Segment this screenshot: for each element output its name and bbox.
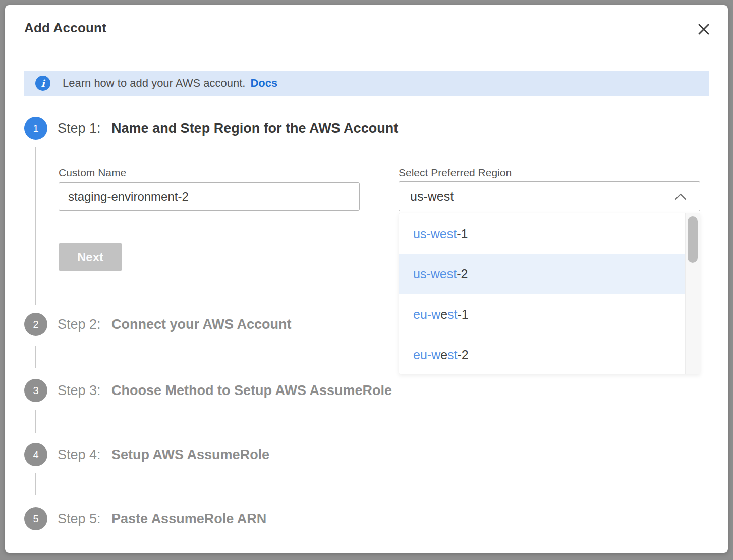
step-3-title: Choose Method to Setup AWS AssumeRole [111,383,392,398]
modal-header: Add Account [5,5,728,50]
option-rest-text: e [440,348,447,362]
info-banner: i Learn how to add your AWS account. Doc… [24,71,709,96]
region-select-value: us-west [410,189,454,204]
step-row-1: 1 Step 1: Name and Step Region for the A… [24,117,398,140]
step-4-indicator: 4 [24,443,47,466]
docs-link[interactable]: Docs [250,77,277,90]
option-eu-west-2[interactable]: eu-west-2 [399,334,686,374]
step-1-title: Name and Step Region for the AWS Account [111,121,398,136]
region-dropdown: us-west-1 us-west-2 eu-west-1 eu-west-2 [399,213,700,374]
step-1-label: Step 1: [58,121,101,136]
option-us-west-2[interactable]: us-west-2 [399,254,686,294]
region-select[interactable]: us-west [399,181,700,211]
dropdown-scrollbar-thumb[interactable] [688,216,698,263]
step-4-heading: Step 4: Setup AWS AssumeRole [58,447,269,463]
step-row-2: 2 Step 2: Connect your AWS Account [24,313,292,336]
info-icon: i [35,76,50,91]
option-rest-text: -2 [458,348,469,362]
option-match-text: st [447,348,457,362]
step-1-indicator: 1 [24,117,47,140]
option-match-text: eu-w [413,307,440,321]
add-account-modal: Add Account i Learn how to add your AWS … [5,5,728,553]
step-5-title: Paste AssumeRole ARN [111,511,266,526]
step-2-indicator: 2 [24,313,47,336]
step-4-title: Setup AWS AssumeRole [111,447,269,462]
step-2-title: Connect your AWS Account [111,317,292,332]
close-icon [697,23,710,36]
step-row-5: 5 Step 5: Paste AssumeRole ARN [24,507,266,530]
close-button[interactable] [696,21,712,37]
page-title: Add Account [24,20,106,36]
option-match-text: us-west [413,227,457,241]
step-5-indicator: 5 [24,507,47,530]
step-connector-3 [35,410,36,433]
step-2-heading: Step 2: Connect your AWS Account [58,317,292,332]
dropdown-scrollbar-track [685,213,700,374]
step-3-heading: Step 3: Choose Method to Setup AWS Assum… [58,383,392,399]
step-row-4: 4 Step 4: Setup AWS AssumeRole [24,443,269,466]
step-1-heading: Step 1: Name and Step Region for the AWS… [58,121,398,136]
option-rest-text: -2 [457,267,468,281]
option-rest-text: -1 [458,307,469,321]
region-label: Select Preferred Region [399,166,512,179]
step-3-indicator: 3 [24,379,47,402]
banner-text: Learn how to add your AWS account. [63,77,245,90]
step-3-label: Step 3: [58,383,101,398]
option-rest-text: -1 [457,227,468,241]
option-eu-west-1[interactable]: eu-west-1 [399,294,686,334]
option-match-text: eu-w [413,348,440,362]
step-5-heading: Step 5: Paste AssumeRole ARN [58,511,266,527]
option-rest-text: e [440,307,447,321]
next-button[interactable]: Next [59,243,122,271]
step-connector-4 [35,473,36,495]
chevron-up-icon [674,193,687,200]
step-4-label: Step 4: [58,447,101,462]
step-connector-2 [35,346,36,368]
option-match-text: st [447,307,457,321]
step-2-label: Step 2: [58,317,101,332]
step-row-3: 3 Step 3: Choose Method to Setup AWS Ass… [24,379,392,402]
custom-name-input[interactable] [59,182,360,211]
step-connector-1 [35,147,36,305]
step-5-label: Step 5: [58,511,101,526]
option-us-west-1[interactable]: us-west-1 [399,213,686,254]
option-match-text: us-west [413,267,457,281]
custom-name-label: Custom Name [59,166,126,179]
